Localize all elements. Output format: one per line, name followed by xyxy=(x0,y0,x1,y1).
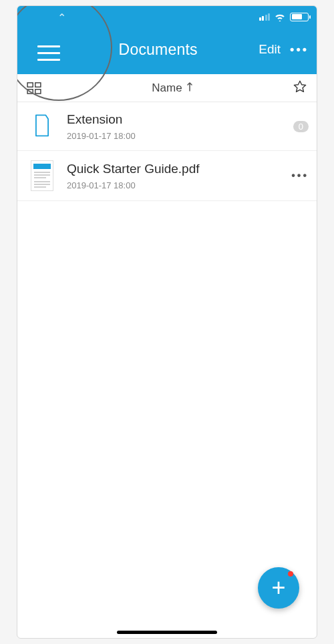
sort-selector[interactable]: Name xyxy=(52,82,293,95)
status-caret-icon: ⌃ xyxy=(57,11,66,24)
add-button[interactable]: + xyxy=(258,567,299,609)
sort-label: Name xyxy=(152,82,182,95)
svg-rect-1 xyxy=(35,83,41,87)
list-item[interactable]: Extension 2019-01-17 18:00 0 xyxy=(17,102,317,151)
app-frame: ⌃ Documents Edit ••• Name xyxy=(17,5,317,639)
svg-rect-3 xyxy=(35,90,41,94)
edit-button[interactable]: Edit xyxy=(259,42,281,57)
wifi-icon xyxy=(274,12,286,21)
file-list: Extension 2019-01-17 18:00 0 Quick Start… xyxy=(17,102,317,201)
folder-icon xyxy=(29,112,55,141)
pdf-thumbnail-icon xyxy=(31,160,53,191)
header-bar: ⌃ Documents Edit ••• xyxy=(17,6,317,74)
item-date: 2019-01-17 18:00 xyxy=(67,131,293,141)
item-name: Quick Starter Guide.pdf xyxy=(67,162,291,176)
battery-icon xyxy=(290,13,309,21)
list-item[interactable]: Quick Starter Guide.pdf 2019-01-17 18:00… xyxy=(17,151,317,201)
grid-view-icon[interactable] xyxy=(27,82,41,97)
item-more-button[interactable]: ••• xyxy=(291,170,309,182)
home-indicator[interactable] xyxy=(117,631,217,634)
menu-button[interactable] xyxy=(37,41,60,65)
sort-bar: Name xyxy=(17,74,317,102)
plus-icon: + xyxy=(271,576,285,600)
sort-arrow-up-icon xyxy=(186,82,193,95)
svg-rect-2 xyxy=(27,90,33,94)
more-menu-button[interactable]: ••• xyxy=(290,43,309,55)
svg-rect-0 xyxy=(27,83,33,87)
notification-dot-icon xyxy=(288,571,293,577)
item-name: Extension xyxy=(67,112,293,127)
favorites-filter-icon[interactable] xyxy=(293,79,307,97)
item-count-badge: 0 xyxy=(293,121,309,132)
cellular-signal-icon xyxy=(259,13,271,21)
page-title: Documents xyxy=(57,41,259,59)
item-date: 2019-01-17 18:00 xyxy=(67,180,291,190)
